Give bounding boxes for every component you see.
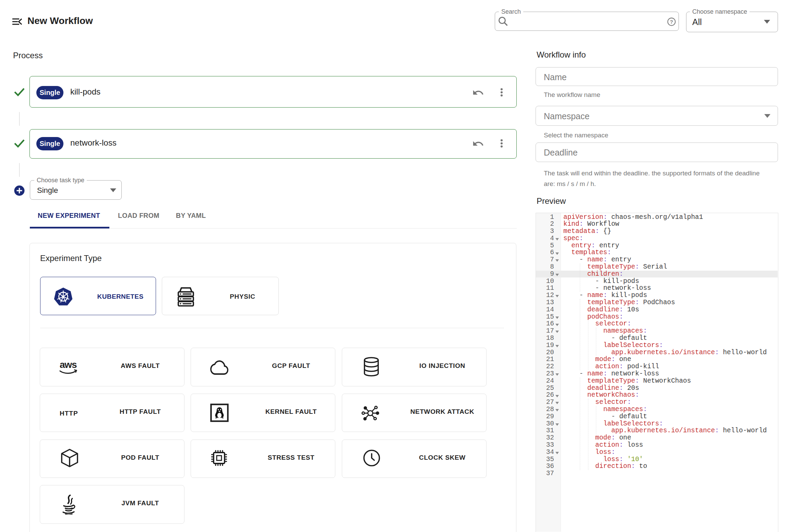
svg-text:aws: aws bbox=[60, 359, 77, 370]
svg-text:?: ? bbox=[670, 19, 673, 25]
